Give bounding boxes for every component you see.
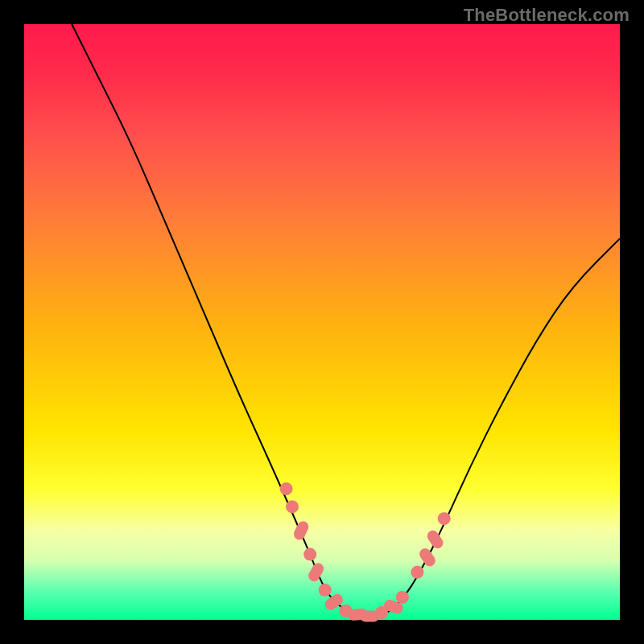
curve-marker-dot (411, 566, 423, 579)
curve-marker-pill (417, 546, 437, 568)
curve-marker-dot (438, 512, 451, 525)
curve-marker-dot (396, 591, 409, 604)
marker-layer (280, 482, 451, 621)
bottleneck-curve (72, 24, 620, 616)
plot-area (24, 24, 620, 620)
curve-marker-dot (319, 584, 332, 597)
curve-marker-dot (286, 500, 299, 513)
curve-marker-dot (280, 482, 293, 495)
curve-marker-pill (307, 561, 326, 584)
attribution-text: TheBottleneck.com (464, 5, 630, 26)
curve-svg (24, 24, 620, 620)
curve-marker-pill (292, 519, 311, 542)
chart-frame: TheBottleneck.com (0, 0, 644, 644)
curve-marker-dot (303, 548, 316, 561)
curve-marker-pill (425, 528, 445, 551)
curve-layer (72, 24, 620, 616)
